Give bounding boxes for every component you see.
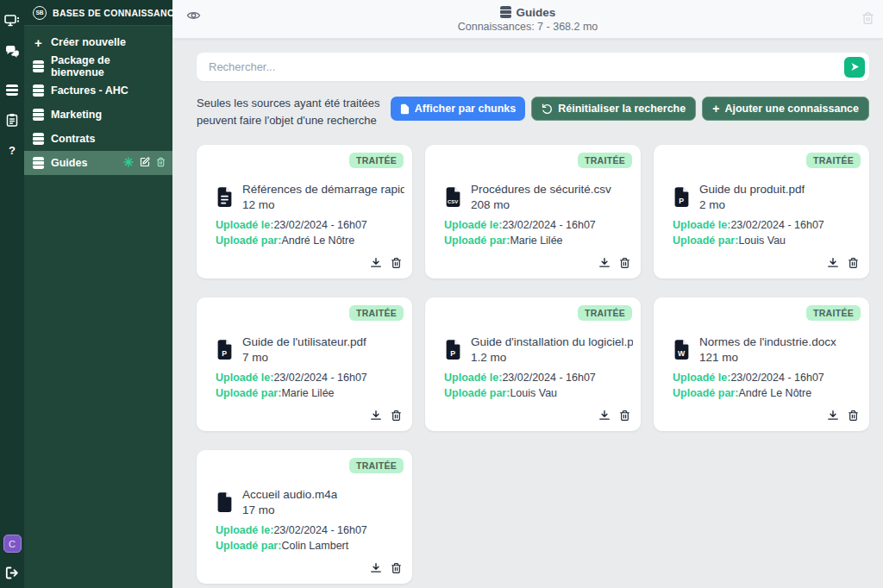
uploaded-by: Louis Vau [510,387,557,399]
knowledge-card[interactable]: TRAITÉE W Normes de l'industrie.docx 121… [654,297,869,431]
file-name: Accueil audio.m4a [242,488,337,501]
uploaded-by-label: Uploadé par: [216,540,281,552]
knowledge-card[interactable]: TRAITÉE P Guide de l'utilisateur.pdf 7 m… [197,297,412,431]
uploaded-date-label: Uploadé le: [673,219,730,231]
sidebar-item-label: Package de bienvenue [51,54,166,78]
uploaded-by-label: Uploadé par: [216,235,281,247]
chat-icon[interactable] [5,45,20,58]
knowledge-base-icon [33,157,44,169]
file-size: 17 mo [242,504,337,516]
uploaded-date: 23/02/2024 - 16h07 [730,372,824,384]
knowledge-card[interactable]: TRAITÉE P Guide du produit.pdf 2 mo [654,145,869,278]
status-badge: TRAITÉE [578,305,632,321]
knowledge-base-icon [33,133,44,145]
app-window: ? C SB BASES DE CONNAISSANCES + Créer no… [0,0,883,588]
app-logo: SB [33,6,47,20]
sidebar-item-contrats[interactable]: + Contrats [24,127,172,151]
uploaded-date-label: Uploadé le: [444,372,502,384]
sidebar-item-package-de-bienvenue[interactable]: + Package de bienvenue [24,54,172,78]
book-icon [500,6,511,18]
download-icon[interactable] [827,257,839,269]
download-icon[interactable] [598,257,611,269]
gear-icon[interactable] [123,157,134,170]
search-submit-button[interactable] [844,57,865,78]
svg-text:P: P [450,350,455,359]
uploaded-date-label: Uploadé le: [673,372,730,384]
delete-icon[interactable] [391,257,402,269]
uploaded-date: 23/02/2024 - 16h07 [502,219,595,231]
sidebar-title: BASES DE CONNAISSANCES [53,8,186,18]
uploaded-date: 23/02/2024 - 16h07 [273,372,366,384]
download-icon[interactable] [370,562,382,574]
download-icon[interactable] [827,410,839,422]
sidebar-item-factures-ahc[interactable]: + Factures - AHC [24,78,172,103]
delete-icon[interactable] [619,257,630,269]
sidebar-item-label: Marketing [51,109,102,121]
delete-icon[interactable] [391,410,402,422]
content: Seules les sources ayant été traitées pe… [172,39,883,588]
download-icon[interactable] [370,257,382,269]
search-notice: Seules les sources ayant été traitées pe… [197,95,391,129]
status-badge: TRAITÉE [806,305,861,321]
icon-rail: ? C [0,0,24,588]
status-badge: TRAITÉE [806,153,861,168]
sidebar-item-label: Créer nouvelle [51,36,126,48]
plus-icon: + [712,103,719,115]
delete-icon[interactable] [848,410,859,422]
help-icon[interactable]: ? [9,144,16,157]
uploaded-by: Louis Vau [738,235,786,247]
uploaded-by: Colin Lambert [281,540,348,552]
knowledge-card[interactable]: TRAITÉE Références de démarrage rapid… 1… [197,145,412,278]
file-row: CSV Procédures de sécurité.csv 208 mo [435,183,630,211]
svg-text:CSV: CSV [448,200,458,205]
knowledge-card[interactable]: TRAITÉE P Guide d'installation du logici… [425,297,641,431]
logout-icon[interactable] [5,566,19,579]
uploaded-date-label: Uploadé le: [216,219,273,231]
knowledge-card[interactable]: TRAITÉE Accueil audio.m4a 17 mo [197,450,412,584]
file-size: 7 mo [242,351,366,364]
svg-text:P: P [222,350,227,359]
delete-icon[interactable] [848,257,859,269]
download-icon[interactable] [370,410,382,422]
card-actions [598,410,630,422]
monitor-icon[interactable] [4,14,20,28]
clipboard-icon[interactable] [6,113,18,127]
sidebar-item-créer-nouvelle[interactable]: + Créer nouvelle [24,30,172,54]
file-size: 121 mo [699,351,836,364]
download-icon[interactable] [598,410,611,422]
file-row: P Guide d'installation du logiciel.p… 1.… [435,335,630,364]
status-badge: TRAITÉE [349,305,404,321]
file-name: Guide de l'utilisateur.pdf [242,335,366,348]
delete-icon[interactable] [391,562,402,574]
user-avatar[interactable]: C [3,535,22,553]
uploaded-by-label: Uploadé par: [444,387,510,399]
toolbar: Afficher par chunks Réinitialiser la rec… [391,97,869,121]
file-size: 12 mo [242,198,404,211]
card-actions [827,410,859,422]
file-row: W Normes de l'industrie.docx 121 mo [664,335,859,364]
sidebar-item-guides[interactable]: + Guides [24,151,172,175]
uploaded-by-label: Uploadé par: [673,387,738,399]
search-input[interactable] [197,53,869,81]
file-row: P Guide de l'utilisateur.pdf 7 mo [207,335,402,364]
show-chunks-button[interactable]: Afficher par chunks [391,97,525,121]
eye-icon[interactable] [186,9,201,25]
status-badge: TRAITÉE [349,153,404,168]
book-icon[interactable] [6,75,18,96]
uploaded-date: 23/02/2024 - 16h07 [730,219,824,231]
knowledge-card[interactable]: TRAITÉE CSV Procédures de sécurité.csv 2… [425,145,641,278]
file-row: P Guide du produit.pdf 2 mo [664,183,859,211]
add-knowledge-button[interactable]: + Ajouter une connaissance [702,97,869,121]
delete-icon[interactable] [619,410,630,422]
knowledge-grid: TRAITÉE Références de démarrage rapid… 1… [197,145,869,584]
reset-search-button[interactable]: Réinitialiser la recherche [531,97,696,121]
sidebar-item-marketing[interactable]: + Marketing [24,103,172,127]
sidebar-header: SB BASES DE CONNAISSANCES [24,0,172,26]
edit-icon[interactable] [140,157,150,170]
card-actions [598,257,630,270]
uploaded-by: André Le Nôtre [281,235,354,247]
delete-icon[interactable] [156,157,166,170]
knowledge-base-icon [33,60,44,72]
trash-icon[interactable] [861,11,874,28]
file-name: Procédures de sécurité.csv [471,183,611,196]
